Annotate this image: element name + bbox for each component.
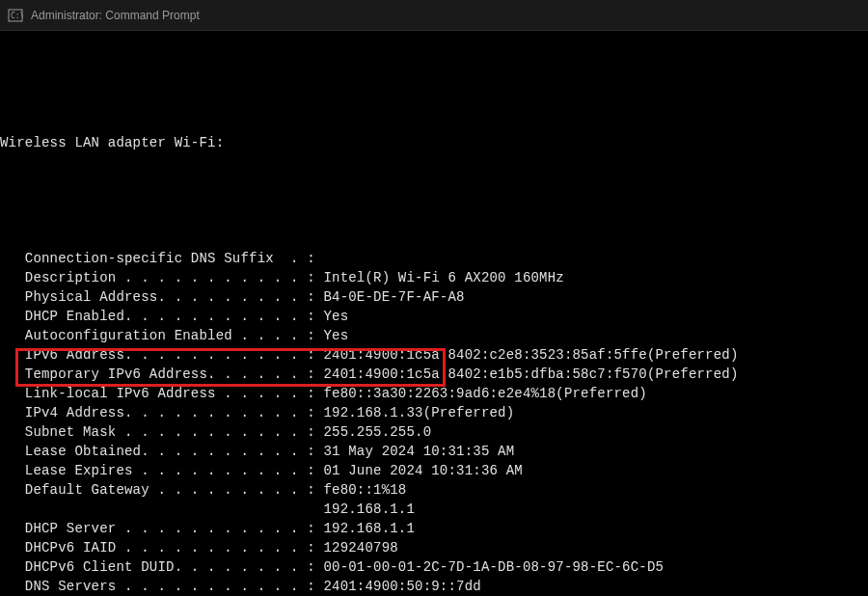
config-line: 192.168.1.1 <box>0 500 868 519</box>
config-line: Autoconfiguration Enabled . . . . : Yes <box>0 326 868 345</box>
config-line: Description . . . . . . . . . . . : Inte… <box>0 268 868 287</box>
window-titlebar[interactable]: C:\ Administrator: Command Prompt <box>0 0 868 31</box>
config-line: Connection-specific DNS Suffix . : <box>0 249 868 268</box>
config-line: Subnet Mask . . . . . . . . . . . : 255.… <box>0 422 868 442</box>
cmd-icon: C:\ <box>8 8 23 23</box>
config-line: Link-local IPv6 Address . . . . . : fe80… <box>0 384 868 403</box>
config-line: DHCPv6 Client DUID. . . . . . . . : 00-0… <box>0 557 868 577</box>
config-line: IPv4 Address. . . . . . . . . . . : 192.… <box>0 403 868 422</box>
config-line: Lease Obtained. . . . . . . . . . : 31 M… <box>0 442 868 461</box>
config-line: DNS Servers . . . . . . . . . . . : 2401… <box>0 577 868 596</box>
config-line: DHCPv6 IAID . . . . . . . . . . . : 1292… <box>0 538 868 557</box>
config-line: IPv6 Address. . . . . . . . . . . : 2401… <box>0 345 868 365</box>
config-line: Lease Expires . . . . . . . . . . : 01 J… <box>0 461 868 480</box>
adapter-header: Wireless LAN adapter Wi-Fi: <box>0 133 868 152</box>
config-line: Temporary IPv6 Address. . . . . . : 2401… <box>0 365 868 384</box>
blank-line <box>0 191 868 210</box>
blank-line <box>0 75 868 95</box>
config-line: Default Gateway . . . . . . . . . : fe80… <box>0 480 868 500</box>
config-line: Physical Address. . . . . . . . . : B4-0… <box>0 287 868 307</box>
config-line: DHCP Server . . . . . . . . . . . : 192.… <box>0 519 868 538</box>
config-line: DHCP Enabled. . . . . . . . . . . : Yes <box>0 307 868 326</box>
svg-text:C:\: C:\ <box>11 12 23 20</box>
window-title: Administrator: Command Prompt <box>31 9 200 22</box>
terminal-output: Wireless LAN adapter Wi-Fi: Connection-s… <box>0 31 868 596</box>
